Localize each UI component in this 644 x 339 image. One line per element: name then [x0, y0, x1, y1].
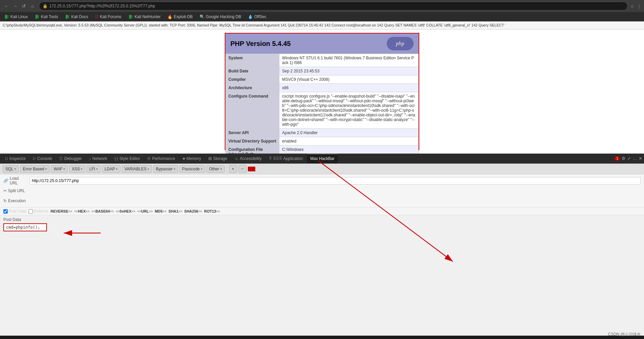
php-version: PHP Version 5.4.45	[230, 40, 291, 48]
error-based-label: Error Based	[23, 167, 44, 171]
execution-row: ↻ Execution	[3, 196, 641, 205]
error-based-button[interactable]: Error Based ▾	[20, 165, 50, 173]
bypasser-button[interactable]: Bypasser ▾	[153, 165, 178, 173]
refresh-button[interactable]: ↺	[20, 2, 28, 10]
tab-console-label: Console	[37, 156, 52, 161]
table-row: Virtual Directory Supportenabled	[226, 137, 419, 146]
tab-debugger-label: Debugger	[64, 156, 82, 161]
referrer-check[interactable]: Referrer	[29, 209, 49, 214]
flag-icon	[248, 167, 255, 171]
php-row-value: Apache 2.0 Handler	[279, 129, 419, 137]
style-editor-icon: { }	[115, 157, 118, 161]
tab-application[interactable]: ⠿ ⠿⠿⠿ Application	[266, 154, 306, 163]
hackbar-panel: SQL ▾ Error Based ▾ WAF ▾ XSS ▾ LFI ▾	[0, 164, 644, 336]
bookmark-kali-forums[interactable]: ☷ Kali Forums	[94, 14, 123, 20]
base64-btn[interactable]: << BASE64 >>	[92, 209, 114, 213]
tab-console[interactable]: ▷ Console	[30, 154, 55, 163]
refresh-icon: ↻	[3, 199, 7, 203]
other-button[interactable]: Other ▾	[207, 165, 225, 173]
home-button[interactable]: ⌂	[29, 2, 36, 10]
load-url-input[interactable]	[30, 177, 641, 184]
ldap-button[interactable]: LDAP ▾	[102, 165, 120, 173]
post-data-input[interactable]	[3, 223, 47, 231]
bookmark-kali-docs[interactable]: 🐉 Kali Docs	[63, 14, 90, 20]
tab-network-label: Network	[93, 156, 107, 161]
table-row: SystemWindows NT STU1 6.1 build 7601 (Wi…	[226, 54, 419, 67]
tab-storage[interactable]: ▤ Storage	[205, 154, 230, 163]
application-icon: ⠿	[269, 156, 272, 161]
bookmark-offsec[interactable]: 💧 OffSec	[247, 14, 268, 20]
minus-button[interactable]: −	[238, 165, 247, 173]
other-label: Other	[209, 167, 219, 171]
php-row-label: Server API	[226, 129, 279, 137]
lfi-button[interactable]: LFI ▾	[87, 165, 100, 173]
devtools-settings-icon[interactable]: ⚙	[622, 156, 626, 161]
sha256-btn[interactable]: SHA256 >>	[184, 209, 202, 213]
reverse-btn[interactable]: REVERSE >>	[51, 209, 72, 213]
encoding-bar: Post Data Referrer REVERSE >> << HEX >> …	[0, 208, 644, 215]
php-row-value: Windows NT STU1 6.1 build 7601 (Windows …	[279, 54, 419, 67]
bookmark-nethunter[interactable]: 🐉 Kali NetHunter	[127, 14, 162, 20]
passcode-button[interactable]: Passcode ▾	[179, 165, 205, 173]
sha1-btn[interactable]: SHA1 >>	[168, 209, 182, 213]
hex-btn[interactable]: << HEX >>	[74, 209, 90, 213]
accessibility-icon: ☺	[234, 157, 238, 161]
variables-button[interactable]: VARIABLES ▾	[122, 165, 152, 173]
tab-style-editor[interactable]: { } Style Editor	[111, 154, 144, 163]
tab-accessibility-label: Accessibility	[240, 156, 262, 161]
xss-button[interactable]: XSS ▾	[69, 165, 85, 173]
tab-memory[interactable]: ◈ Memory	[179, 154, 204, 163]
sql-button[interactable]: SQL ▾	[3, 165, 19, 173]
load-url-label[interactable]: 🔗 Load URL	[3, 176, 27, 185]
devtools-close-icon[interactable]: ✕	[639, 156, 642, 161]
table-row: Configure Commandcscript /nologo configu…	[226, 92, 419, 129]
passcode-arrow: ▾	[201, 167, 203, 171]
bypasser-arrow: ▾	[174, 167, 175, 171]
bookmark-kali-linux[interactable]: 🐉 Kali Linux	[3, 14, 29, 20]
referrer-check-label: Referrer	[34, 209, 49, 214]
bookmark-ghdb[interactable]: 🔍 Google Hacking DB	[198, 14, 243, 20]
post-data-check[interactable]: Post Data	[3, 209, 26, 214]
tab-hackbar[interactable]: Max HackBar	[307, 154, 338, 163]
rot13-btn[interactable]: ROT13 >>	[204, 209, 220, 213]
reverse-arrows: >>	[68, 210, 72, 213]
info-bar: C:\phpStudy\MySQL\bin\mysqld.exe, Versio…	[0, 21, 644, 30]
hex-label: HEX	[78, 209, 86, 213]
address-bar[interactable]: 🔒 172.25.0.15/777.php?http://%2f%2f172.2…	[39, 2, 628, 10]
md5-btn[interactable]: MD5 >>	[155, 209, 166, 213]
url-btn[interactable]: << URL >>	[137, 209, 153, 213]
bypasser-label: Bypasser	[156, 167, 173, 171]
lfi-label: LFI	[89, 167, 95, 171]
back-button[interactable]: ←	[3, 2, 10, 10]
devtools-more-icon[interactable]: …	[633, 156, 637, 161]
tab-inspector[interactable]: ◻ Inspector	[2, 154, 29, 163]
referrer-checkbox[interactable]	[29, 209, 33, 214]
sha256-right-arrows: >>	[198, 210, 202, 213]
devtools-resize-icon[interactable]: ⤢	[627, 156, 631, 161]
rot13-right-arrows: >>	[216, 210, 220, 213]
bookmark-kali-tools[interactable]: 🐉 Kali Tools	[33, 14, 59, 20]
split-url-label[interactable]: ✂ Split URL	[3, 188, 27, 193]
php-row-value: x86	[279, 84, 419, 92]
bookmarks-icon[interactable]: ☆	[630, 4, 634, 9]
tab-debugger[interactable]: ⬡ Debugger	[56, 154, 85, 163]
php-row-label: System	[226, 54, 279, 67]
menu-icon[interactable]: ⋮	[637, 4, 641, 9]
tab-accessibility[interactable]: ☺ Accessibility	[231, 154, 265, 163]
tab-hackbar-label: Max HackBar	[310, 156, 334, 161]
tab-memory-label: Memory	[186, 156, 201, 161]
bookmark-exploitdb[interactable]: 🔥 Exploit-DB	[166, 14, 194, 20]
post-data-checkbox[interactable]	[3, 209, 8, 214]
sql-arrow: ▾	[14, 167, 16, 171]
tab-performance[interactable]: ◷ Performance	[144, 154, 178, 163]
bookmark-label: Kali NetHunter	[135, 14, 161, 19]
add-button[interactable]: +	[229, 165, 237, 173]
execution-label[interactable]: ↻ Execution	[3, 199, 27, 203]
waf-button[interactable]: WAF ▾	[51, 165, 68, 173]
devtools-tab-bar: ◻ Inspector ▷ Console ⬡ Debugger ↕ Netwo…	[0, 154, 644, 164]
oxhex-btn[interactable]: << 0xHEX >>	[116, 209, 135, 213]
table-row: CompilerMSVC9 (Visual C++ 2008)	[226, 75, 419, 84]
tab-network[interactable]: ↕ Network	[86, 154, 111, 163]
php-row-value: Sep 2 2015 23:45:53	[279, 67, 419, 75]
forward-button[interactable]: →	[11, 2, 19, 10]
